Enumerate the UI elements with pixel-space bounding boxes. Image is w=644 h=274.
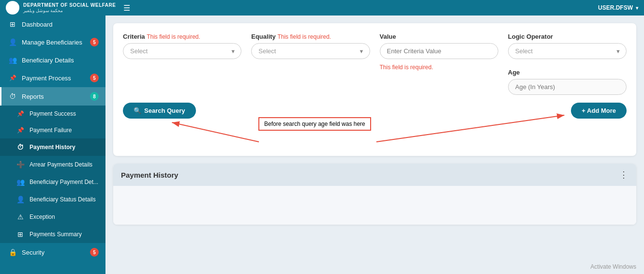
activate-windows-text: Activate Windows bbox=[590, 263, 636, 270]
dashboard-icon: ⊞ bbox=[8, 20, 17, 28]
payment-process-badge: 5 bbox=[90, 74, 99, 82]
logic-operator-select-wrapper: Select ▼ bbox=[508, 43, 627, 59]
security-badge: 5 bbox=[90, 248, 99, 257]
search-icon: 🔍 bbox=[134, 107, 141, 114]
user-menu[interactable]: USER.DFSW ▾ bbox=[598, 4, 638, 11]
criteria-label: Criteria This field is required. bbox=[123, 33, 241, 40]
beneficiary-status-icon: 👤 bbox=[16, 196, 25, 203]
payment-failure-icon: 📌 bbox=[16, 127, 25, 134]
age-input[interactable] bbox=[508, 79, 627, 95]
user-label: USER.DFSW bbox=[598, 4, 633, 11]
payment-history-header: Payment History ⋮ bbox=[113, 164, 636, 186]
search-query-button[interactable]: 🔍 Search Query bbox=[123, 103, 196, 119]
sidebar: ⊞ Dashboard 👤 Manage Beneficiaries 5 👥 B… bbox=[0, 15, 105, 274]
sidebar-label-manage-beneficiaries: Manage Beneficiaries bbox=[22, 39, 85, 46]
logic-operator-group: Logic Operator Select ▼ Age bbox=[508, 33, 627, 95]
reports-badge: 8 bbox=[90, 92, 99, 101]
age-group: Age bbox=[508, 69, 627, 95]
sidebar-label-beneficiary-payment-det: Beneficiary Payment Det... bbox=[30, 179, 99, 185]
app-body: ⊞ Dashboard 👤 Manage Beneficiaries 5 👥 B… bbox=[0, 15, 644, 274]
sidebar-item-payment-success[interactable]: 📌 Payment Success bbox=[0, 106, 105, 122]
sidebar-item-beneficiary-details[interactable]: 👥 Beneficiary Details bbox=[0, 51, 105, 69]
sidebar-label-beneficiary-status: Beneficiary Status Details bbox=[30, 196, 99, 203]
value-group: Value This field is required. bbox=[380, 33, 498, 71]
reports-icon: ⏱ bbox=[8, 92, 17, 100]
exception-icon: ⚠ bbox=[16, 213, 25, 221]
filter-card: Criteria This field is required. Select … bbox=[113, 23, 636, 156]
security-icon: 🔒 bbox=[8, 248, 17, 256]
logo-area: 🏛 DEPARTMENT OF SOCIAL WELFARE محكمة سوش… bbox=[6, 1, 116, 15]
sidebar-item-payment-failure[interactable]: 📌 Payment Failure bbox=[0, 122, 105, 138]
filter-bottom: 🔍 Search Query Before search query age f… bbox=[123, 103, 627, 146]
sidebar-item-payment-history[interactable]: ⏱ Payment History bbox=[0, 138, 105, 156]
age-label: Age bbox=[508, 69, 627, 76]
payment-process-icon: 📌 bbox=[8, 75, 17, 81]
equality-select-wrapper: Select ▼ bbox=[251, 43, 370, 59]
manage-beneficiaries-badge: 5 bbox=[90, 38, 99, 46]
equality-required: This field is required. bbox=[277, 33, 331, 40]
sidebar-item-payments-summary[interactable]: ⊞ Payments Summary bbox=[0, 226, 105, 243]
header-left: 🏛 DEPARTMENT OF SOCIAL WELFARE محكمة سوش… bbox=[6, 1, 133, 15]
sidebar-label-payment-process: Payment Process bbox=[22, 75, 85, 82]
criteria-required: This field is required. bbox=[147, 33, 200, 40]
value-input[interactable] bbox=[380, 43, 498, 59]
sidebar-label-arrear-payments: Arrear Payments Details bbox=[30, 161, 99, 168]
payment-history-title: Payment History bbox=[121, 171, 178, 179]
logo-sub: محكمة سوشل ويلفير bbox=[23, 8, 116, 13]
payment-history-section: Payment History ⋮ bbox=[113, 164, 636, 225]
logic-operator-select[interactable]: Select bbox=[508, 43, 627, 59]
sidebar-label-payment-history: Payment History bbox=[30, 144, 99, 151]
sidebar-item-dashboard[interactable]: ⊞ Dashboard bbox=[0, 15, 105, 33]
manage-beneficiaries-icon: 👤 bbox=[8, 38, 17, 46]
sidebar-label-beneficiary-details: Beneficiary Details bbox=[22, 57, 99, 64]
criteria-select[interactable]: Select bbox=[123, 43, 241, 59]
equality-group: Equality This field is required. Select … bbox=[251, 33, 370, 59]
sidebar-label-security: Security bbox=[22, 249, 85, 256]
chevron-down-icon: ▾ bbox=[636, 5, 638, 11]
payment-success-icon: 📌 bbox=[16, 110, 25, 117]
top-header: 🏛 DEPARTMENT OF SOCIAL WELFARE محكمة سوش… bbox=[0, 0, 644, 15]
payment-history-body bbox=[113, 186, 636, 225]
arrear-payments-icon: ➕ bbox=[16, 161, 25, 168]
sidebar-label-payment-failure: Payment Failure bbox=[30, 127, 99, 134]
sidebar-label-exception: Exception bbox=[30, 213, 99, 220]
main-content: Criteria This field is required. Select … bbox=[105, 15, 644, 274]
payments-summary-icon: ⊞ bbox=[16, 230, 25, 238]
value-label: Value bbox=[380, 33, 498, 40]
sidebar-item-security[interactable]: 🔒 Security 5 bbox=[0, 243, 105, 261]
add-more-button[interactable]: + Add More bbox=[571, 103, 627, 119]
logo-title: DEPARTMENT OF SOCIAL WELFARE bbox=[23, 2, 116, 8]
sidebar-item-reports[interactable]: ⏱ Reports 8 bbox=[0, 87, 105, 106]
sidebar-item-arrear-payments[interactable]: ➕ Arrear Payments Details bbox=[0, 156, 105, 173]
criteria-group: Criteria This field is required. Select … bbox=[123, 33, 241, 59]
sidebar-label-payment-success: Payment Success bbox=[30, 110, 99, 117]
filter-row-1: Criteria This field is required. Select … bbox=[123, 33, 627, 95]
sidebar-item-manage-beneficiaries[interactable]: 👤 Manage Beneficiaries 5 bbox=[0, 33, 105, 51]
sidebar-item-beneficiary-status[interactable]: 👤 Beneficiary Status Details bbox=[0, 191, 105, 208]
beneficiary-details-icon: 👥 bbox=[8, 56, 17, 64]
beneficiary-payment-det-icon: 👥 bbox=[16, 178, 25, 186]
sidebar-label-payments-summary: Payments Summary bbox=[30, 231, 99, 238]
sidebar-item-beneficiary-payment-det[interactable]: 👥 Beneficiary Payment Det... bbox=[0, 173, 105, 191]
logic-operator-label: Logic Operator bbox=[508, 33, 627, 40]
criteria-select-wrapper: Select ▼ bbox=[123, 43, 241, 59]
payment-history-icon: ⏱ bbox=[16, 143, 25, 151]
sidebar-label-dashboard: Dashboard bbox=[22, 21, 99, 28]
hamburger-menu[interactable]: ☰ bbox=[120, 2, 133, 14]
sidebar-item-exception[interactable]: ⚠ Exception bbox=[0, 208, 105, 226]
sidebar-label-reports: Reports bbox=[22, 93, 85, 100]
payment-history-menu-icon[interactable]: ⋮ bbox=[619, 169, 629, 180]
value-error: This field is required. bbox=[380, 64, 498, 71]
equality-select[interactable]: Select bbox=[251, 43, 370, 59]
sidebar-item-payment-process[interactable]: 📌 Payment Process 5 bbox=[0, 69, 105, 87]
annotation-box: Before search query age field was here bbox=[258, 117, 371, 131]
equality-label: Equality This field is required. bbox=[251, 33, 370, 40]
